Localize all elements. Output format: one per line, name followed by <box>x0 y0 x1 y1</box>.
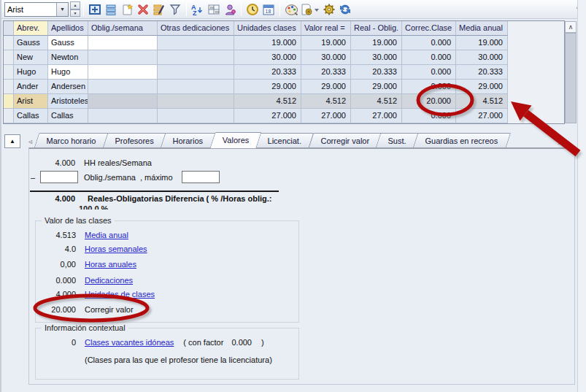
table-cell[interactable] <box>88 50 158 65</box>
table-cell[interactable] <box>88 109 158 123</box>
scrollbar-thumb[interactable] <box>565 33 577 123</box>
tab-corregir-valor[interactable]: Corregir valor <box>308 133 382 147</box>
tab-guardias-en-recreos[interactable]: Guardias en recreos <box>413 133 511 147</box>
tab-marco-horario[interactable]: Marco horario <box>34 133 109 147</box>
link-media-anual[interactable]: Media anual <box>85 231 128 239</box>
table-cell[interactable]: 29.000 <box>351 80 402 94</box>
table-cell[interactable] <box>88 80 158 94</box>
element-filter-combobox[interactable]: Arist ▼ <box>4 2 69 17</box>
table-cell[interactable] <box>4 50 14 65</box>
table-cell[interactable] <box>4 65 14 80</box>
table-cell[interactable]: Hugo <box>14 65 48 80</box>
table-cell[interactable]: 0.000 <box>402 109 456 123</box>
page-setup-button[interactable] <box>299 1 321 18</box>
table-cell[interactable] <box>158 36 234 50</box>
table-cell[interactable]: Newton <box>48 50 88 65</box>
table-cell[interactable]: 30.000 <box>351 50 402 65</box>
link-unidades-de-clases[interactable]: Unidades de clases <box>85 290 155 299</box>
chevron-down-icon[interactable]: ▼ <box>56 3 68 16</box>
table-cell[interactable]: 27.000 <box>456 109 508 123</box>
scroll-up-icon[interactable]: ∧ <box>565 21 577 33</box>
table-cell[interactable]: 4.512 <box>351 94 402 109</box>
column-header[interactable]: Unidades clases <box>234 21 301 36</box>
calendar-button[interactable]: 18 <box>261 1 277 18</box>
column-header[interactable]: Apellidos <box>48 21 88 36</box>
table-cell[interactable]: Gauss <box>14 36 48 50</box>
table-cell[interactable]: 20.333 <box>351 65 402 80</box>
column-header[interactable]: Abrev. <box>14 21 48 36</box>
tab-horarios[interactable]: Horarios <box>161 133 216 147</box>
column-header[interactable] <box>4 21 14 36</box>
table-cell[interactable] <box>4 36 14 50</box>
table-cell[interactable]: 0.000 <box>402 80 456 94</box>
table-cell[interactable] <box>158 94 234 109</box>
clases-vacantes-link[interactable]: Clases vacantes idóneas <box>85 338 174 347</box>
table-cell[interactable]: 20.333 <box>234 65 301 80</box>
table-cell[interactable]: Gauss <box>48 36 88 50</box>
table-cell[interactable] <box>158 65 234 80</box>
tabs-scroll-left-icon[interactable]: ◃ <box>28 137 32 145</box>
table-cell[interactable]: 19.000 <box>456 36 508 50</box>
table-cell[interactable] <box>88 94 158 109</box>
series-list-button[interactable] <box>103 1 119 18</box>
link-horas-anuales[interactable]: Horas anuales <box>85 260 136 269</box>
column-header[interactable]: Media anual <box>456 21 508 36</box>
table-cell[interactable]: 19.000 <box>351 36 402 50</box>
table-cell[interactable] <box>88 36 158 50</box>
table-cell[interactable]: 29.000 <box>234 80 301 94</box>
table-cell[interactable]: Arist <box>14 94 48 109</box>
table-cell[interactable]: 30.000 <box>301 50 351 65</box>
table-cell[interactable]: 27.000 <box>351 109 402 123</box>
tab-valores[interactable]: Valores <box>209 132 262 148</box>
table-cell[interactable] <box>4 94 14 109</box>
table-cell[interactable]: 29.000 <box>456 80 508 94</box>
table-cell[interactable]: 30.000 <box>456 50 508 65</box>
table-cell[interactable] <box>158 50 234 65</box>
collapse-panel-button[interactable]: ▲ <box>4 134 20 148</box>
assign-person-button[interactable] <box>222 1 238 18</box>
table-cell[interactable]: Callas <box>48 109 88 123</box>
oblig-semana-input[interactable] <box>40 171 78 183</box>
table-cell[interactable]: 0.000 <box>402 50 456 65</box>
table-cell[interactable]: 0.000 <box>402 36 456 50</box>
tab-profesores[interactable]: Profesores <box>103 133 167 147</box>
link-horas-semanales[interactable]: Horas semanales <box>85 245 147 253</box>
values-grid-button[interactable]: xxxx <box>206 1 222 18</box>
spinner-up-icon[interactable]: ▲ <box>70 1 80 9</box>
table-cell[interactable] <box>158 109 234 123</box>
fit-view-button[interactable] <box>87 1 103 18</box>
table-cell[interactable]: 30.000 <box>234 50 301 65</box>
filter-button[interactable] <box>167 1 183 18</box>
new-button[interactable] <box>119 1 135 18</box>
settings-gear-button[interactable] <box>321 1 337 18</box>
sort-button[interactable]: AZ <box>190 1 206 18</box>
colors-button[interactable] <box>283 1 299 18</box>
table-cell[interactable]: 20.000 <box>402 94 456 109</box>
table-cell[interactable]: Hugo <box>48 65 88 80</box>
column-header[interactable]: Correc.Clase <box>402 21 456 36</box>
delete-button[interactable] <box>135 1 151 18</box>
refresh-button[interactable] <box>337 1 353 18</box>
table-cell[interactable] <box>158 80 234 94</box>
table-cell[interactable]: 4.512 <box>234 94 301 109</box>
table-cell[interactable] <box>4 80 14 94</box>
table-cell[interactable]: Aristoteles <box>48 94 88 109</box>
table-cell[interactable]: 4.512 <box>301 94 351 109</box>
table-cell[interactable]: 0.000 <box>402 65 456 80</box>
link-dedicaciones[interactable]: Dedicaciones <box>85 276 133 285</box>
table-cell[interactable]: 20.333 <box>456 65 508 80</box>
table-cell[interactable]: Ander <box>14 80 48 94</box>
table-cell[interactable]: 20.333 <box>301 65 351 80</box>
table-cell[interactable]: New <box>14 50 48 65</box>
record-spinner[interactable]: ▲ ▼ <box>70 1 80 17</box>
spinner-down-icon[interactable]: ▼ <box>70 9 80 18</box>
maximo-input[interactable] <box>182 171 220 183</box>
table-cell[interactable]: 19.000 <box>301 36 351 50</box>
table-cell[interactable]: 4.512 <box>456 94 508 109</box>
table-cell[interactable] <box>4 109 14 123</box>
table-cell[interactable]: 19.000 <box>234 36 301 50</box>
column-header[interactable]: Valor real = <box>301 21 351 36</box>
tab-licenciat-[interactable]: Licenciat. <box>255 133 315 147</box>
table-cell[interactable]: 27.000 <box>234 109 301 123</box>
column-header[interactable]: Oblig./semana <box>88 21 158 36</box>
